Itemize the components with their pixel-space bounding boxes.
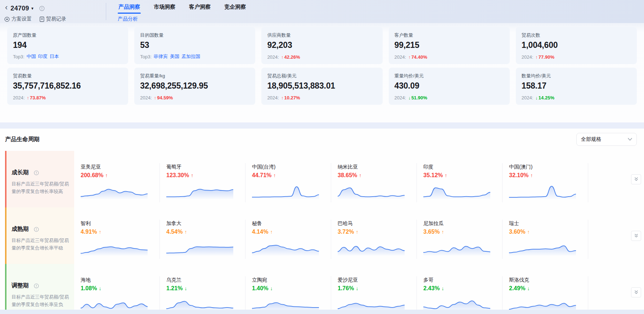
arrow-up-icon: ↑: [273, 172, 276, 178]
top3-country-link[interactable]: 印度: [38, 53, 48, 60]
stage-card: 调整期目标产品近三年贸易额/贸易量的季度复合增长率呈负: [5, 264, 74, 314]
arrow-down-icon: ↓: [441, 286, 444, 291]
chevron-down-icon: [628, 138, 632, 141]
quick-link-trade-records[interactable]: 贸易记录: [40, 16, 66, 22]
top3-country-link[interactable]: 菲律宾: [154, 53, 168, 60]
country-name: 加拿大: [166, 220, 246, 227]
info-icon[interactable]: [34, 227, 39, 232]
stage-row-adjustment: 调整期目标产品近三年贸易额/贸易量的季度复合增长率呈负海地1.08%↓乌克兰1.…: [5, 264, 644, 314]
stat-footer-prefix: 2024:: [140, 95, 152, 100]
trend-value: ↑94.59%: [154, 95, 173, 100]
row-tail: [588, 151, 644, 207]
trend-value: ↑42.26%: [281, 54, 300, 60]
country-trend-card: 智利4.91%↑: [74, 207, 160, 264]
country-name: 智利: [81, 220, 160, 227]
stat-footer-prefix: 2024:: [522, 54, 533, 60]
stat-value: 92,203: [267, 40, 377, 50]
top3-country-link[interactable]: 日本: [50, 53, 59, 60]
arrow-up-icon: ↑: [27, 95, 30, 100]
lifecycle-section: 产品生命周期 全部规格 成长期目标产品近三年贸易额/贸易量的季度复合增长率较高亚…: [0, 129, 644, 314]
stage-row-mature: 成熟期目标产品近三年贸易额/贸易量的季度复合增长率平稳智利4.91%↑加拿大4.…: [5, 207, 644, 264]
spec-filter-select[interactable]: 全部规格: [576, 133, 637, 146]
percent-value: 1.21%: [166, 285, 183, 292]
top3-country-link[interactable]: 孟加拉国: [181, 53, 200, 60]
trend-percent: 42.26%: [284, 54, 300, 60]
stat-value: 194: [13, 40, 122, 50]
expand-row-button[interactable]: [631, 174, 641, 184]
country-name: 巴哈马: [338, 220, 417, 227]
tab-customer-insight[interactable]: 客户洞察: [188, 2, 211, 14]
arrow-up-icon: ↑: [530, 172, 533, 178]
stat-label: 供应商数量: [267, 32, 377, 39]
tab-market-insight[interactable]: 市场洞察: [153, 2, 176, 14]
country-trend-card: 中国(澳门)32.10%↑: [503, 151, 588, 207]
tab-product-insight[interactable]: 产品洞察: [118, 2, 141, 14]
stat-card-7: 贸易总额/美元18,905,513,883.012024:↑10.27%: [261, 68, 382, 105]
trend-sparkline: [252, 238, 319, 256]
country-name: 瑞士: [509, 220, 588, 227]
country-name: 纳米比亚: [338, 164, 417, 170]
country-name: 亚美尼亚: [81, 164, 160, 170]
stat-footer: 2024:↓51.90%: [395, 95, 504, 100]
stat-card-1: 目的国数量53Top3:菲律宾美国孟加拉国: [134, 27, 255, 64]
stat-footer: 2024:↓14.25%: [522, 95, 631, 100]
country-trend-card: 多哥2.43%↓: [417, 264, 503, 314]
arrow-up-icon: ↑: [184, 229, 187, 235]
arrow-down-icon: ↓: [184, 286, 187, 291]
country-trend-card: 巴哈马3.72%↑: [331, 207, 417, 264]
info-icon[interactable]: [39, 6, 45, 11]
stat-value: 158.17: [522, 81, 631, 91]
lifecycle-rows: 成长期目标产品近三年贸易额/贸易量的季度复合增长率较高亚美尼亚200.68%↑葡…: [5, 151, 644, 314]
spec-filter-value: 全部规格: [581, 136, 601, 143]
country-name: 立陶宛: [252, 277, 331, 283]
trend-sparkline: [81, 181, 148, 199]
percent-value: 4.14%: [252, 229, 268, 235]
arrow-up-icon: ↑: [281, 95, 284, 100]
stat-footer-prefix: Top3:: [13, 54, 24, 59]
stage-row-growth: 成长期目标产品近三年贸易额/贸易量的季度复合增长率较高亚美尼亚200.68%↑葡…: [5, 151, 644, 207]
trend-percent: 94.59%: [157, 95, 173, 100]
stats-grid: 原产国数量194Top3:中国印度日本目的国数量53Top3:菲律宾美国孟加拉国…: [7, 27, 637, 105]
bottom-band: [0, 310, 644, 314]
country-trend-card: 秘鲁4.14%↑: [246, 207, 331, 264]
arrow-down-icon: ↓: [408, 95, 411, 100]
back-button[interactable]: ‹: [4, 4, 8, 13]
stat-card-0: 原产国数量194Top3:中国印度日本: [7, 27, 128, 64]
country-name: 爱沙尼亚: [338, 277, 417, 283]
row-tail: [588, 264, 644, 314]
stats-section: 原产国数量194Top3:中国印度日本目的国数量53Top3:菲律宾美国孟加拉国…: [0, 23, 644, 122]
info-icon[interactable]: [34, 283, 39, 288]
top3-country-link[interactable]: 中国: [27, 53, 36, 60]
country-trend-card: 加拿大4.54%↑: [160, 207, 246, 264]
arrow-up-icon: ↑: [359, 172, 361, 178]
tab-product-analysis[interactable]: 产品分析: [118, 16, 138, 22]
trend-value: ↓14.25%: [535, 95, 554, 100]
country-percent: 1.40%↓: [252, 285, 331, 292]
percent-value: 44.71%: [252, 172, 271, 179]
stat-card-3: 客户数量99,2152024:↑74.40%: [389, 27, 510, 64]
arrow-down-icon: ↓: [270, 286, 273, 291]
info-icon[interactable]: [34, 170, 39, 175]
top-bar: ‹ 24709 ▼ 方案设置贸易记录 产品洞察市场洞察客户洞察竞企洞察 产品分析: [0, 0, 644, 23]
country-percent: 3.60%↑: [509, 229, 588, 235]
trend-sparkline: [423, 181, 490, 199]
country-trend-card: 乌克兰1.21%↓: [160, 264, 246, 314]
expand-row-button[interactable]: [631, 231, 641, 241]
trend-percent: 14.25%: [539, 95, 554, 100]
percent-value: 3.72%: [338, 229, 354, 235]
country-name: 印度: [423, 164, 503, 170]
stat-value: 430.09: [395, 81, 504, 91]
tab-competitor-insight[interactable]: 竞企洞察: [224, 2, 247, 14]
plan-id-title[interactable]: 24709: [10, 5, 29, 12]
arrow-up-icon: ↑: [408, 54, 411, 60]
country-trend-card: 斯洛伐克2.49%↓: [503, 264, 588, 314]
top3-country-link[interactable]: 美国: [170, 53, 179, 60]
stat-card-8: 重量均价/美元430.092024:↓51.90%: [389, 68, 510, 105]
trend-value: ↑10.27%: [281, 95, 300, 100]
expand-row-button[interactable]: [631, 287, 641, 297]
stat-footer: 2024:↑73.87%: [13, 95, 122, 100]
quick-link-plan-settings[interactable]: 方案设置: [4, 16, 32, 22]
caret-down-icon[interactable]: ▼: [31, 6, 34, 10]
trend-sparkline: [338, 181, 405, 199]
trend-sparkline: [509, 181, 576, 199]
